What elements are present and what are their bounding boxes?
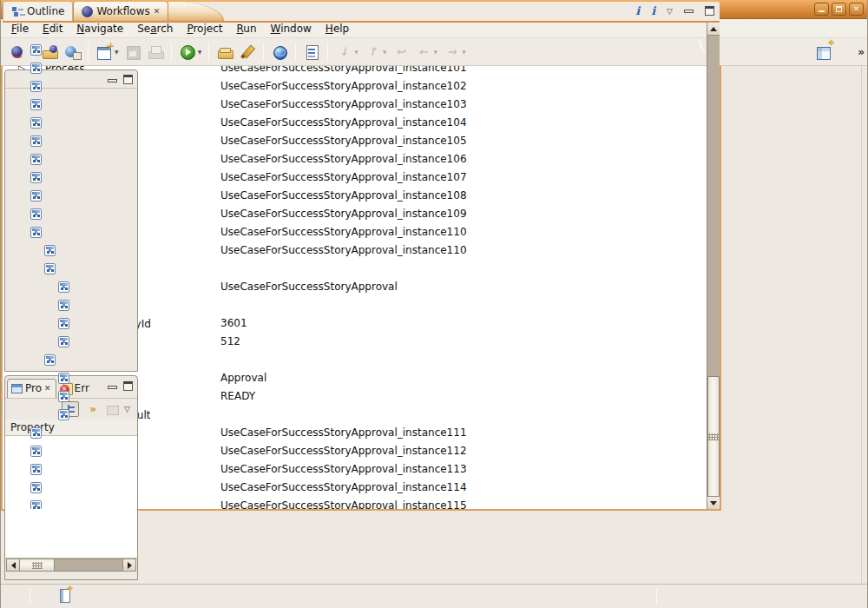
scroll-grip (32, 562, 43, 569)
dropdown-arrow-icon[interactable]: ▼ (354, 49, 358, 55)
scroll-left-icon (11, 562, 16, 569)
scroll-grip (708, 433, 719, 440)
info-icon[interactable]: i (651, 4, 655, 17)
maximize-icon (836, 6, 842, 12)
top-left-view-header (5, 70, 137, 89)
tab-outline[interactable]: Outline (3, 1, 73, 21)
vertical-scrollbar[interactable] (707, 23, 720, 509)
run-button[interactable]: ▼ (176, 42, 205, 63)
view-menu-icon[interactable]: ▽ (667, 7, 673, 16)
node-icon (58, 318, 69, 329)
node-icon (44, 245, 56, 256)
menu-project[interactable]: Project (180, 21, 229, 36)
menu-edit[interactable]: Edit (36, 21, 69, 36)
menu-window[interactable]: Window (264, 21, 319, 36)
dropdown-arrow-icon[interactable]: ▼ (383, 49, 387, 55)
fast-view-icon[interactable] (60, 589, 70, 603)
row-value (216, 296, 707, 314)
nav-last-icon: ↩ (392, 43, 410, 61)
scroll-down-button[interactable] (707, 496, 720, 509)
menu-help[interactable]: Help (319, 21, 356, 36)
menu-file[interactable]: File (4, 21, 36, 36)
minimize-button[interactable] (814, 3, 829, 16)
top-left-view (4, 69, 138, 372)
view-minimize-icon[interactable] (684, 10, 694, 13)
workflow-sphere-icon (9, 43, 26, 61)
toolbar-overflow-chevron[interactable]: » (858, 46, 864, 58)
view-minimize-icon[interactable] (108, 79, 117, 83)
node-icon (58, 281, 69, 293)
tab-outline-label: Outline (27, 5, 64, 17)
dropdown-arrow-icon[interactable]: ▼ (198, 49, 202, 55)
row-value: UseCaseForSuccessStoryApproval_instance1… (216, 205, 707, 223)
menu-search[interactable]: Search (130, 21, 180, 36)
horizontal-scrollbar[interactable] (6, 558, 136, 572)
bottom-left-tabbar: Pro ✕ Err (5, 376, 137, 399)
row-value: Approval (216, 369, 707, 387)
report-icon (303, 43, 320, 61)
node-icon (30, 208, 42, 220)
toolbar-separator (171, 43, 172, 62)
tab-close-icon[interactable]: ✕ (154, 7, 161, 16)
horizontal-scroll-track[interactable] (55, 559, 122, 571)
menu-run[interactable]: Run (229, 21, 263, 36)
report-button[interactable] (300, 42, 323, 63)
sort-icon[interactable]: » (84, 401, 102, 417)
open-perspective-button[interactable] (814, 43, 833, 62)
outline-icon (11, 5, 23, 17)
next-annotation-button: ↓▼ (332, 42, 361, 63)
node-icon (30, 500, 42, 509)
view-maximize-icon[interactable] (123, 75, 133, 84)
toolbar-separator (327, 43, 328, 62)
row-value: UseCaseForSuccessStoryApproval_instance1… (216, 132, 707, 150)
row-value: UseCaseForSuccessStoryApproval_instance1… (216, 169, 707, 187)
node-icon (30, 117, 42, 129)
view-maximize-icon[interactable] (123, 381, 133, 391)
node-icon (30, 81, 42, 92)
toolbar-separator (263, 43, 264, 62)
close-button[interactable]: ✕ (849, 3, 864, 16)
search-workflow-button[interactable] (61, 42, 83, 63)
scroll-up-icon (710, 27, 717, 31)
scroll-up-button[interactable] (707, 23, 720, 36)
node-icon (58, 391, 69, 402)
vertical-scroll-thumb[interactable] (707, 376, 720, 498)
maximize-button[interactable] (832, 3, 846, 16)
new-wizard-icon (95, 43, 113, 61)
row-value: UseCaseForSuccessStoryApproval (216, 278, 707, 296)
workflow-button[interactable] (6, 42, 29, 63)
tab-workflows[interactable]: Workflows ✕ (73, 1, 168, 21)
row-value: UseCaseForSuccessStoryApproval_instance1… (216, 150, 707, 169)
properties-content[interactable] (5, 436, 137, 558)
view-minimize-icon[interactable] (108, 386, 117, 389)
minimize-icon (819, 10, 825, 12)
new-wizard-button[interactable]: ▼ (93, 42, 122, 63)
browser-button[interactable] (268, 42, 291, 63)
right-edge-strip (861, 66, 867, 584)
dropdown-arrow-icon[interactable]: ▼ (115, 49, 119, 55)
node-icon (44, 263, 56, 274)
tab-close-icon[interactable]: ✕ (44, 384, 51, 393)
open-file-button[interactable] (214, 42, 236, 63)
property-column-header: Property (5, 420, 137, 436)
node-icon (30, 227, 42, 238)
tab-workflows-label: Workflows (96, 5, 149, 17)
scroll-right-button[interactable] (122, 559, 135, 571)
row-value (216, 260, 707, 278)
view-menu-icon[interactable]: ▽ (124, 405, 130, 413)
view-maximize-icon[interactable] (705, 6, 714, 16)
dropdown-arrow-icon[interactable]: ▼ (434, 49, 438, 55)
info-icon[interactable]: i (635, 4, 640, 17)
node-icon (30, 172, 42, 183)
last-edit-location-button: ↩ (390, 42, 412, 63)
menu-navigate[interactable]: Navigate (69, 21, 130, 36)
dropdown-arrow-icon[interactable]: ▼ (462, 49, 466, 55)
scroll-left-button[interactable] (7, 559, 20, 571)
horizontal-scroll-thumb[interactable] (20, 559, 55, 571)
node-icon (30, 427, 42, 439)
marker-icon (239, 43, 256, 61)
toolbar-separator (88, 43, 89, 62)
highlight-button[interactable] (236, 42, 259, 63)
nav-forward-icon: → (443, 43, 460, 61)
tab-properties[interactable]: Pro ✕ (7, 379, 56, 398)
